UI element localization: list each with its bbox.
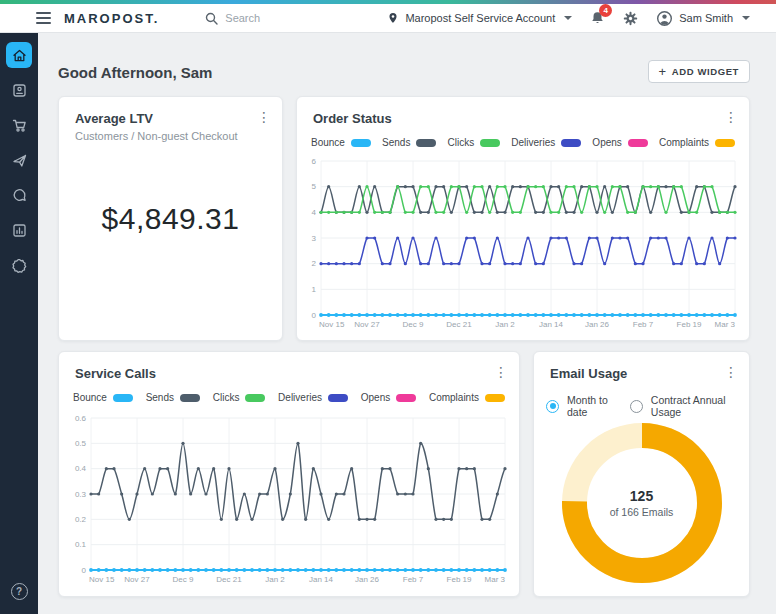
legend-swatch: [245, 394, 265, 402]
user-name: Sam Smith: [679, 12, 733, 24]
legend-item-bounce[interactable]: Bounce: [73, 392, 133, 403]
notifications-button[interactable]: 4: [590, 10, 605, 26]
menu-toggle-button[interactable]: [36, 12, 51, 24]
legend-swatch: [113, 394, 133, 402]
legend-swatch: [485, 394, 505, 402]
order-status-legend: BounceSendsClicksDeliveriesOpensComplain…: [311, 137, 735, 148]
topbar-right-cluster: Maropost Self Service Account 4: [387, 10, 750, 27]
legend-item-sends[interactable]: Sends: [146, 392, 200, 403]
account-selector[interactable]: Maropost Self Service Account: [387, 11, 572, 25]
radio-month-to-date[interactable]: [546, 400, 559, 413]
legend-item-deliveries[interactable]: Deliveries: [278, 392, 348, 403]
legend-item-sends[interactable]: Sends: [382, 137, 436, 148]
svg-text:Feb 7: Feb 7: [633, 320, 654, 329]
chevron-down-icon: [742, 16, 750, 20]
chat-bubble-icon: [11, 187, 28, 204]
legend-label: Opens: [361, 392, 390, 403]
legend-swatch: [396, 394, 416, 402]
order-status-card: Order Status ⋮ BounceSendsClicksDeliveri…: [296, 96, 750, 341]
card-menu-button[interactable]: ⋮: [491, 362, 511, 382]
add-widget-label: ADD WIDGET: [672, 66, 739, 77]
sidebar-item-reports[interactable]: [6, 217, 32, 243]
email-usage-options: Month to date Contract Annual Usage: [546, 394, 743, 418]
svg-text:Feb 7: Feb 7: [403, 575, 424, 584]
plus-icon: +: [659, 64, 667, 79]
radio-month-to-date-label[interactable]: Month to date: [567, 394, 622, 418]
sidebar: ?: [0, 33, 38, 614]
legend-item-clicks[interactable]: Clicks: [448, 137, 501, 148]
legend-item-opens[interactable]: Opens: [361, 392, 416, 403]
top-bar: MAROPOST. Maropost Self Service Account …: [0, 4, 776, 33]
settings-button[interactable]: [623, 11, 638, 26]
card-title: Service Calls: [75, 366, 156, 381]
svg-text:5: 5: [312, 182, 317, 191]
svg-text:Dec 21: Dec 21: [216, 575, 242, 584]
legend-label: Deliveries: [511, 137, 555, 148]
legend-label: Bounce: [311, 137, 345, 148]
legend-label: Opens: [592, 137, 621, 148]
svg-text:Nov 15: Nov 15: [89, 575, 115, 584]
svg-text:Feb 19: Feb 19: [447, 575, 472, 584]
integrations-badge-icon: [11, 257, 28, 274]
card-title: Email Usage: [550, 366, 627, 381]
svg-text:0.4: 0.4: [75, 464, 87, 473]
legend-label: Bounce: [73, 392, 107, 403]
search-icon: [205, 12, 218, 25]
contact-card-icon: [11, 82, 28, 99]
service-calls-legend: BounceSendsClicksDeliveriesOpensComplain…: [73, 392, 505, 403]
legend-item-deliveries[interactable]: Deliveries: [511, 137, 581, 148]
legend-label: Clicks: [213, 392, 240, 403]
svg-text:Nov 27: Nov 27: [124, 575, 150, 584]
sidebar-item-campaigns[interactable]: [6, 147, 32, 173]
gear-icon: [623, 11, 638, 26]
legend-label: Deliveries: [278, 392, 322, 403]
legend-label: Sends: [146, 392, 174, 403]
sidebar-item-home[interactable]: [6, 42, 32, 68]
help-button[interactable]: ?: [11, 583, 28, 600]
legend-swatch: [715, 139, 735, 147]
svg-text:Jan 26: Jan 26: [585, 320, 610, 329]
sidebar-item-chat[interactable]: [6, 182, 32, 208]
svg-text:0.2: 0.2: [75, 515, 87, 524]
shopping-cart-icon: [11, 117, 28, 134]
card-menu-button[interactable]: ⋮: [721, 107, 741, 127]
legend-swatch: [416, 139, 436, 147]
svg-text:Feb 19: Feb 19: [677, 320, 702, 329]
legend-label: Complaints: [429, 392, 479, 403]
svg-text:Dec 9: Dec 9: [403, 320, 424, 329]
legend-label: Sends: [382, 137, 410, 148]
svg-text:Jan 14: Jan 14: [309, 575, 334, 584]
legend-swatch: [328, 394, 348, 402]
sidebar-item-integrations[interactable]: [6, 252, 32, 278]
legend-item-complaints[interactable]: Complaints: [659, 137, 735, 148]
page-title: Good Afternoon, Sam: [58, 64, 212, 81]
radio-contract-annual-label[interactable]: Contract Annual Usage: [651, 394, 743, 418]
user-menu[interactable]: Sam Smith: [656, 10, 750, 27]
service-calls-card: Service Calls ⋮ BounceSendsClicksDeliver…: [58, 351, 520, 597]
svg-text:Jan 14: Jan 14: [539, 320, 564, 329]
svg-text:0.5: 0.5: [75, 439, 87, 448]
legend-item-bounce[interactable]: Bounce: [311, 137, 371, 148]
sidebar-item-contacts[interactable]: [6, 77, 32, 103]
sidebar-item-commerce[interactable]: [6, 112, 32, 138]
search-box[interactable]: [205, 12, 375, 25]
card-menu-button[interactable]: ⋮: [721, 362, 741, 382]
legend-item-complaints[interactable]: Complaints: [429, 392, 505, 403]
legend-item-clicks[interactable]: Clicks: [213, 392, 266, 403]
average-ltv-value: $4,849.31: [59, 202, 282, 236]
location-pin-icon: [387, 11, 399, 25]
legend-item-opens[interactable]: Opens: [592, 137, 647, 148]
search-input[interactable]: [225, 12, 375, 24]
svg-text:Dec 21: Dec 21: [446, 320, 472, 329]
average-ltv-card: Average LTV ⋮ Customers / Non-guest Chec…: [58, 96, 283, 341]
svg-text:3: 3: [312, 234, 317, 243]
svg-text:4: 4: [312, 208, 317, 217]
radio-contract-annual[interactable]: [630, 400, 643, 413]
legend-swatch: [480, 139, 500, 147]
avatar-icon: [656, 10, 673, 27]
add-widget-button[interactable]: + ADD WIDGET: [648, 60, 750, 83]
send-icon: [11, 152, 28, 169]
legend-label: Complaints: [659, 137, 709, 148]
svg-text:0: 0: [82, 566, 87, 575]
card-menu-button[interactable]: ⋮: [254, 107, 274, 127]
